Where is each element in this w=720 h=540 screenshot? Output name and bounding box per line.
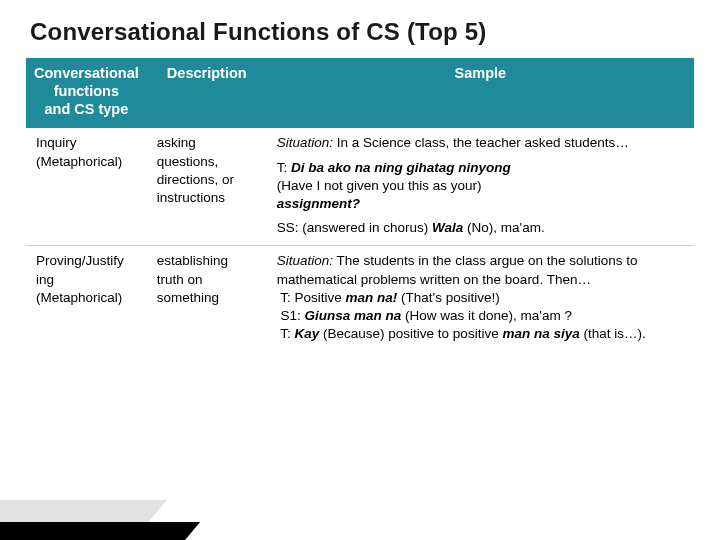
- l1-bi: man na!: [346, 290, 398, 305]
- header-func-l1: Conversational: [34, 65, 139, 81]
- ss1-label: SS: (answered in chorus): [277, 220, 432, 235]
- cell-func-1: Inquiry (Metaphorical): [26, 128, 147, 246]
- ss1-bold: Wala: [432, 220, 463, 235]
- l2-bi: Giunsa man na: [305, 308, 402, 323]
- ss1-rest: (No), ma'am.: [463, 220, 544, 235]
- l1-post: (That's positive!): [397, 290, 499, 305]
- func1-l1: Inquiry: [36, 135, 77, 150]
- header-sample: Sample: [267, 58, 694, 128]
- t1-paren: (Have I not given you this as your): [277, 178, 482, 193]
- l3-post: (that is…).: [580, 326, 646, 341]
- page-title: Conversational Functions of CS (Top 5): [0, 0, 720, 58]
- accent-light-bar: [0, 500, 167, 540]
- accent-dark-bar: [0, 522, 200, 540]
- header-func-l2: functions: [54, 83, 119, 99]
- func2-l1: Proving/Justify: [36, 253, 124, 268]
- table-header-row: Conversational functions and CS type Des…: [26, 58, 694, 128]
- cell-desc-2: establishing truth on something: [147, 246, 267, 351]
- l1-pre: T: Positive: [280, 290, 345, 305]
- table-row: Inquiry (Metaphorical) asking questions,…: [26, 128, 694, 246]
- t1-phrase: Di ba ako na ning gihatag ninyong: [291, 160, 511, 175]
- header-func-l3: and CS type: [44, 101, 128, 117]
- l3-bi1: Kay: [295, 326, 320, 341]
- main-table: Conversational functions and CS type Des…: [26, 58, 694, 352]
- func2-l2: ing: [36, 272, 54, 287]
- sit2-label: Situation:: [277, 253, 333, 268]
- table-row: Proving/Justify ing (Metaphorical) estab…: [26, 246, 694, 351]
- header-functions: Conversational functions and CS type: [26, 58, 147, 128]
- t1-assign: assignment?: [277, 196, 360, 211]
- cell-func-2: Proving/Justify ing (Metaphorical): [26, 246, 147, 351]
- header-description: Description: [147, 58, 267, 128]
- cell-sample-1: Situation: In a Science class, the teach…: [267, 128, 694, 246]
- l2-pre: S1:: [281, 308, 305, 323]
- t1-label: T:: [277, 160, 291, 175]
- sit1-label: Situation:: [277, 135, 333, 150]
- cell-sample-2: Situation: The students in the class arg…: [267, 246, 694, 351]
- l3-mid: (Because) positive to positive: [319, 326, 502, 341]
- cell-desc-1: asking questions, directions, or instruc…: [147, 128, 267, 246]
- func1-l2: (Metaphorical): [36, 154, 122, 169]
- l3-pre: T:: [280, 326, 294, 341]
- slide-accent: [0, 430, 210, 540]
- sit1-text: In a Science class, the teacher asked st…: [333, 135, 629, 150]
- l2-post: (How was it done), ma'am ?: [401, 308, 572, 323]
- l3-bi2: man na siya: [502, 326, 579, 341]
- func2-l3: (Metaphorical): [36, 290, 122, 305]
